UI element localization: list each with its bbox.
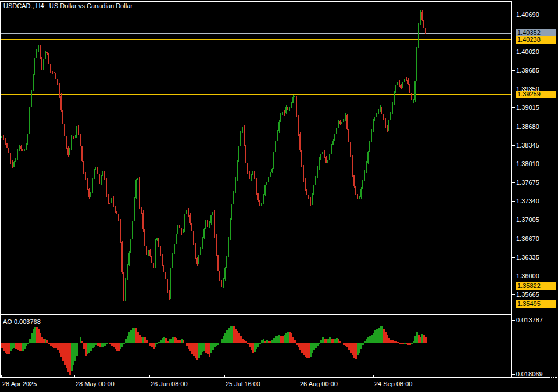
- candle-body: [179, 225, 180, 228]
- candle-body: [247, 163, 248, 174]
- ao-bar: [348, 343, 350, 350]
- ao-bar: [106, 343, 108, 344]
- candle-body: [423, 20, 424, 28]
- candle-body: [385, 120, 386, 125]
- candle-body: [299, 134, 301, 150]
- ao-bar: [221, 339, 223, 343]
- ao-bar: [245, 341, 247, 343]
- candle-body: [200, 247, 201, 255]
- yellow-level-label: 1.35495: [516, 300, 556, 308]
- candle-body: [94, 170, 95, 178]
- candle-body: [251, 175, 252, 179]
- main-panel-bottom-border[interactable]: [0, 314, 512, 315]
- ao-bar: [423, 335, 425, 343]
- candle-body: [167, 279, 168, 291]
- candle-body: [97, 167, 98, 174]
- ao-bar: [186, 343, 188, 346]
- candle-wick: [54, 72, 55, 73]
- ao-bar: [15, 343, 17, 349]
- candle-body: [163, 265, 164, 272]
- candle-body: [41, 57, 42, 70]
- candle-body: [242, 127, 243, 131]
- candle-wick: [110, 202, 110, 204]
- ao-bar: [141, 337, 142, 343]
- ao-bar: [380, 326, 381, 343]
- candle-body: [102, 171, 103, 176]
- ao-bar: [289, 332, 291, 343]
- candle-body: [376, 113, 377, 117]
- candle-body: [59, 85, 60, 96]
- candle-body: [294, 96, 295, 97]
- ao-bar: [425, 337, 427, 343]
- date-tick-mark: [224, 375, 225, 378]
- price-tick-label: 1.37675: [516, 179, 539, 186]
- candle-body: [12, 163, 13, 167]
- ao-bar: [315, 343, 317, 348]
- candle-body: [125, 278, 126, 301]
- ao-bar: [52, 343, 53, 347]
- ao-bar: [362, 343, 364, 345]
- ao-bar: [189, 343, 191, 351]
- ao-bar: [406, 343, 407, 344]
- candle-body: [230, 220, 231, 238]
- candle-body: [85, 174, 86, 179]
- ao-bar: [360, 343, 362, 349]
- candle-body: [357, 195, 358, 199]
- ao-bar: [355, 343, 357, 359]
- ao-bar: [252, 343, 254, 353]
- candle-body: [256, 179, 257, 193]
- candle-body: [334, 134, 335, 141]
- candle-body: [390, 112, 391, 120]
- ao-bar: [95, 343, 97, 345]
- price-tick-label: 1.36670: [516, 235, 539, 243]
- ao-bar: [383, 329, 385, 343]
- ao-bar: [352, 343, 353, 355]
- ao-bar: [346, 343, 348, 347]
- candle-body: [27, 134, 28, 145]
- candle-body: [367, 152, 369, 163]
- price-tick-mark: [512, 15, 515, 15]
- candle-body: [90, 192, 91, 197]
- candle-body: [395, 85, 396, 93]
- candle-body: [298, 117, 299, 134]
- ao-bar: [155, 343, 156, 347]
- candle-body: [46, 52, 48, 53]
- ao-bar: [146, 340, 148, 343]
- ao-bar: [394, 341, 395, 343]
- candle-body: [83, 161, 84, 174]
- ao-bar: [104, 343, 106, 346]
- candle-body: [186, 210, 187, 214]
- ao-bar: [381, 326, 383, 343]
- date-tick-label: 28 Apr 2025: [2, 380, 37, 387]
- ao-bar: [341, 343, 343, 343]
- candle-body: [43, 59, 44, 70]
- candle-body: [402, 82, 403, 88]
- candle-body: [17, 150, 18, 158]
- ao-bar: [203, 343, 205, 351]
- resize-grip-dots[interactable]: [551, 377, 552, 378]
- candle-body: [132, 221, 133, 239]
- ao-bar: [376, 329, 378, 343]
- ao-bar: [41, 337, 43, 343]
- candle-body: [174, 244, 175, 253]
- candle-body: [411, 93, 412, 100]
- candle-body: [188, 210, 189, 215]
- candle-body: [369, 141, 370, 152]
- candle-body: [193, 231, 194, 245]
- ao-bar: [223, 336, 224, 343]
- candle-body: [223, 279, 224, 286]
- ao-bar: [19, 343, 20, 351]
- ao-bar: [312, 343, 313, 353]
- candle-body: [104, 171, 105, 180]
- candle-body: [237, 162, 238, 178]
- price-chart-canvas[interactable]: [0, 0, 558, 392]
- ao-bar: [264, 341, 266, 343]
- candle-body: [310, 199, 311, 204]
- ao-bar: [118, 343, 120, 351]
- ao-bar: [310, 343, 312, 357]
- date-tick-mark: [1, 375, 2, 378]
- candle-body: [301, 150, 302, 167]
- ao-panel-top-border[interactable]: [0, 317, 512, 317]
- price-tick-mark: [512, 182, 515, 183]
- ao-bar: [53, 343, 55, 348]
